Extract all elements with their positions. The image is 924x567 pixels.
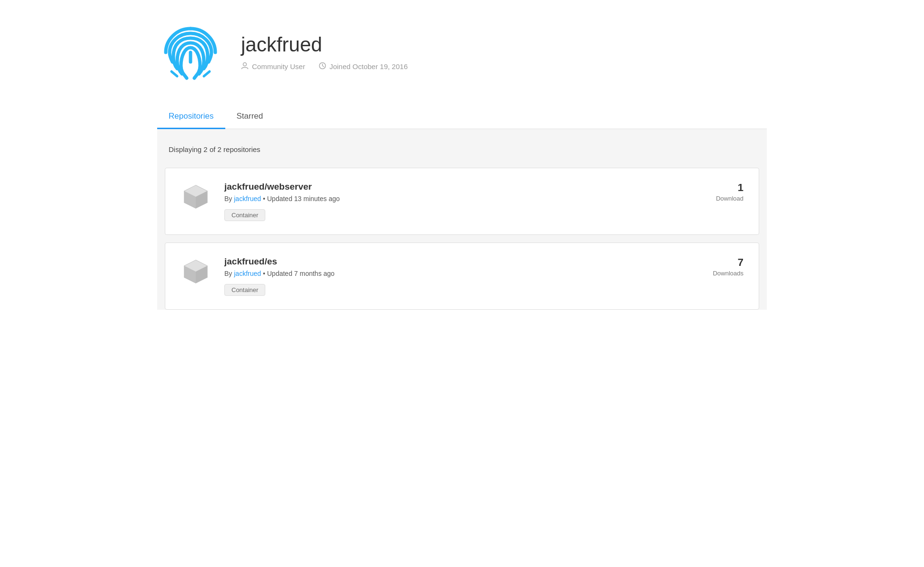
- repo-details: jackfrued/es By jackfrued • Updated 7 mo…: [224, 256, 692, 296]
- tab-repositories[interactable]: Repositories: [157, 105, 225, 129]
- repo-name: jackfrued/webserver: [224, 182, 692, 192]
- tab-starred[interactable]: Starred: [225, 105, 275, 129]
- joined-meta: Joined October 19, 2016: [319, 62, 408, 71]
- download-label: Download: [716, 195, 743, 202]
- repo-icon: [181, 256, 211, 287]
- clock-icon: [319, 62, 326, 71]
- user-icon: [241, 62, 249, 71]
- profile-meta: Community User Joined October 19, 2016: [241, 62, 408, 71]
- repo-updated: Updated 7 months ago: [267, 270, 335, 277]
- repo-by: By jackfrued • Updated 7 months ago: [224, 270, 692, 277]
- profile-info: jackfrued Community User: [241, 34, 408, 71]
- repo-name: jackfrued/es: [224, 256, 692, 267]
- repo-card: jackfrued/es By jackfrued • Updated 7 mo…: [165, 243, 759, 310]
- repo-tag: Container: [224, 209, 265, 221]
- repo-author-link[interactable]: jackfrued: [234, 270, 261, 277]
- download-count: 7: [705, 256, 743, 269]
- download-label: Downloads: [713, 270, 743, 277]
- repo-tag: Container: [224, 284, 265, 296]
- profile-header: jackfrued Community User: [157, 19, 767, 105]
- tabs-container: Repositories Starred: [157, 105, 767, 129]
- page-wrapper: jackfrued Community User: [129, 0, 795, 336]
- repo-by: By jackfrued • Updated 13 minutes ago: [224, 195, 692, 202]
- repo-list-section: Displaying 2 of 2 repositories jackfrued…: [157, 129, 767, 310]
- repo-stats: 1 Download: [705, 182, 743, 202]
- profile-username: jackfrued: [241, 34, 408, 56]
- svg-point-0: [243, 62, 247, 66]
- download-count: 1: [705, 182, 743, 194]
- repo-stats: 7 Downloads: [705, 256, 743, 277]
- joined-text: Joined October 19, 2016: [330, 62, 408, 71]
- role-meta: Community User: [241, 62, 305, 71]
- repo-card: jackfrued/webserver By jackfrued • Updat…: [165, 168, 759, 235]
- role-text: Community User: [252, 62, 305, 71]
- repo-icon: [181, 182, 211, 212]
- repo-author-link[interactable]: jackfrued: [234, 195, 261, 202]
- repo-updated: Updated 13 minutes ago: [267, 195, 340, 202]
- repo-details: jackfrued/webserver By jackfrued • Updat…: [224, 182, 692, 221]
- avatar: [157, 19, 224, 86]
- repo-count-bar: Displaying 2 of 2 repositories: [157, 139, 767, 160]
